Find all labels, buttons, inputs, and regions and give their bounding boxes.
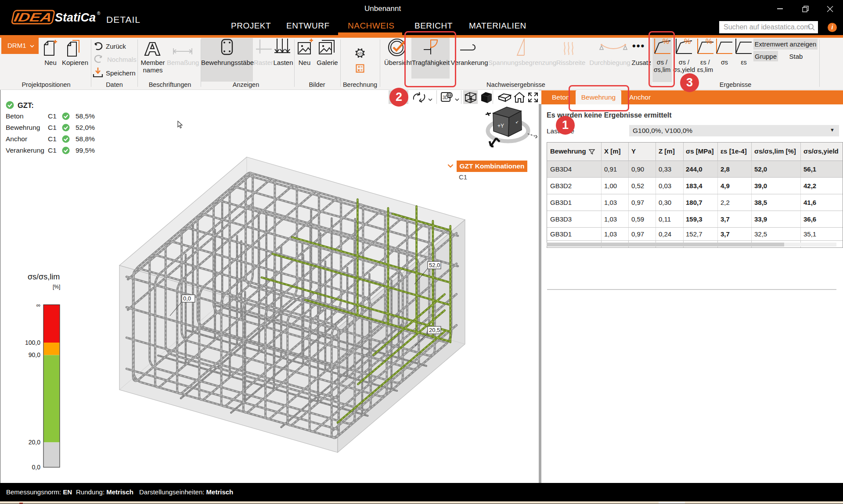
svg-text:[%]: [%] (53, 284, 60, 290)
svg-text:20,5: 20,5 (429, 327, 440, 333)
svg-text:0,0: 0,0 (32, 464, 41, 471)
svg-text:∞: ∞ (36, 302, 40, 308)
svg-text:</>: </> (357, 51, 363, 56)
svg-text:20,0: 20,0 (29, 439, 40, 446)
svg-text:0,0: 0,0 (183, 295, 191, 302)
svg-text:StatiCa: StatiCa (55, 11, 96, 24)
svg-text:®: ® (97, 11, 101, 16)
svg-text:100,0: 100,0 (25, 339, 40, 346)
svg-text:90,0: 90,0 (29, 351, 40, 358)
svg-text:%: % (706, 38, 712, 46)
svg-text:%: % (684, 38, 691, 46)
svg-text:↙: ↙ (515, 120, 519, 124)
svg-text:+Y: +Y (497, 123, 504, 129)
svg-text:σs/σs,lim: σs/σs,lim (28, 272, 60, 281)
svg-text:IDEA: IDEA (13, 10, 54, 24)
svg-text:52,0: 52,0 (429, 262, 440, 268)
